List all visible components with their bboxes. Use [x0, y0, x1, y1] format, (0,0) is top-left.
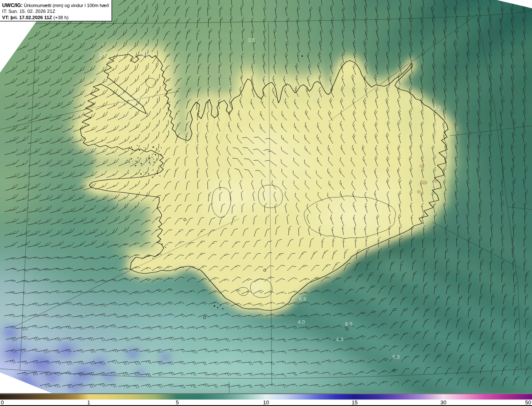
- svg-text:2.4: 2.4: [254, 285, 261, 291]
- svg-text:3.4: 3.4: [99, 51, 106, 57]
- svg-text:1: 1: [87, 399, 90, 406]
- svg-text:50: 50: [525, 399, 531, 406]
- svg-text:0.9: 0.9: [266, 129, 273, 135]
- svg-text:10: 10: [263, 399, 269, 406]
- svg-text:5: 5: [176, 399, 179, 406]
- svg-text:4.1: 4.1: [312, 93, 319, 99]
- svg-text:1.1: 1.1: [123, 115, 130, 121]
- svg-text:1.6: 1.6: [176, 174, 183, 180]
- svg-text:30: 30: [440, 399, 446, 406]
- svg-text:0: 0: [1, 399, 4, 406]
- svg-text:0.6: 0.6: [428, 181, 435, 187]
- svg-text:6.8: 6.8: [299, 296, 306, 302]
- svg-text:4.2: 4.2: [433, 105, 441, 111]
- svg-text:3.5: 3.5: [248, 37, 255, 43]
- svg-text:6.8: 6.8: [392, 354, 399, 360]
- svg-text:15: 15: [352, 399, 357, 406]
- svg-text:VT: þri. 17.02.2026 11Z (+38 h: VT: þri. 17.02.2026 11Z (+38 h): [2, 15, 69, 20]
- svg-text:4.0: 4.0: [298, 319, 305, 325]
- svg-text:6.9: 6.9: [345, 321, 352, 327]
- svg-text:IT: Sun. 15. 02. 2026 21Z: IT: Sun. 15. 02. 2026 21Z: [2, 9, 55, 14]
- svg-text:3.4: 3.4: [141, 53, 148, 59]
- svg-text:0.9: 0.9: [266, 191, 273, 196]
- svg-text:UWC/IG: Úrkomumætti (mm) og vi: UWC/IG: Úrkomumætti (mm) og vindur í 100…: [2, 2, 109, 8]
- svg-text:4.3: 4.3: [336, 337, 343, 342]
